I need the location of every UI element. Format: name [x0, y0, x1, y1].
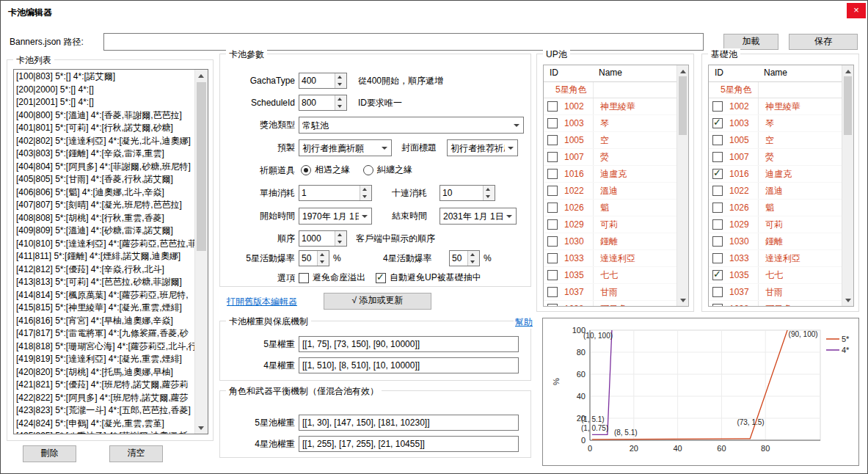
path-input[interactable] — [103, 33, 704, 51]
scroll-up-icon[interactable] — [195, 70, 208, 81]
end-time-picker[interactable]: 2031年 1月 1日 — [440, 208, 517, 225]
up-pool-row[interactable]: 1030鍾離 — [544, 233, 677, 250]
up-pool-row[interactable]: 1005空 — [544, 132, 677, 149]
spin-down-icon[interactable] — [468, 258, 479, 266]
spin-down-icon[interactable] — [318, 258, 329, 266]
pool-list-item[interactable]: [414|814] 5*:[楓原萬葉] 4*:[蘿莎莉亞,班尼特, — [14, 289, 195, 302]
radio-intertwined-fate[interactable]: 糾纏之緣 — [363, 164, 412, 176]
pool-list-item[interactable]: [401|801] 5*:[可莉] 4*:[行秋,諾艾爾,砂糖] — [14, 122, 195, 135]
base-pool-row[interactable]: 1003琴 — [709, 115, 842, 132]
up-pool-row[interactable]: 1037甘雨 — [544, 284, 677, 301]
radio-acquaint-fate[interactable]: 相遇之緣 — [301, 164, 350, 176]
load-button[interactable]: 加載 — [723, 34, 778, 50]
scheduleid-input[interactable]: 800 — [299, 95, 347, 111]
base-pool-row[interactable]: 1035七七 — [709, 267, 842, 284]
rate4-input[interactable]: 50 — [449, 250, 480, 266]
up-pool-row-checkbox[interactable] — [547, 236, 558, 247]
pool-list-item[interactable]: [420|820] 5*:[胡桃] 4*:[托馬,迪奧娜,早柚] — [14, 366, 195, 379]
spin-down-icon[interactable] — [335, 238, 346, 246]
up-pool-scrollbar[interactable] — [676, 65, 688, 306]
spin-up-icon[interactable] — [468, 251, 479, 258]
base-pool-row[interactable]: 1033達達利亞 — [709, 250, 842, 267]
pool-list-item[interactable]: [408|808] 5*:[胡桃] 4*:[行秋,重雲,香菱] — [14, 212, 195, 225]
up-pool-row-checkbox[interactable] — [547, 304, 558, 306]
spin-up-icon[interactable] — [318, 251, 329, 258]
up-pool-row-checkbox[interactable] — [547, 135, 558, 145]
up-pool-row[interactable]: 1033達達利亞 — [544, 250, 677, 267]
up-pool-row[interactable]: 1022溫迪 — [544, 183, 677, 200]
pool-list-item[interactable]: [411|811] 5*:[鍾離] 4*:[煙緋,諾艾爾,迪奧娜] — [14, 250, 195, 263]
scroll-thumb[interactable] — [679, 76, 687, 135]
scroll-thumb[interactable] — [197, 82, 206, 251]
base-pool-row-checkbox[interactable] — [712, 304, 723, 306]
base-pool-row-checkbox[interactable] — [712, 236, 723, 247]
spin-down-icon[interactable] — [335, 103, 346, 110]
base-pool-row[interactable]: 1037甘雨 — [709, 284, 842, 301]
pool-weight4-input[interactable] — [299, 436, 519, 452]
up-pool-row[interactable]: 1026魈 — [544, 200, 677, 216]
rate5-input[interactable]: 50 — [299, 250, 329, 266]
spin-down-icon[interactable] — [360, 193, 371, 200]
cover-title-select[interactable]: 初行者推荐祈愿 — [447, 139, 518, 156]
base-pool-row-checkbox[interactable] — [712, 101, 723, 112]
preset-select[interactable]: 初行者推薦祈願 — [299, 139, 392, 156]
pool-list-item[interactable]: [423|823] 5*:[荒瀧一斗] 4*:[五郎,芭芭拉,香菱] — [14, 404, 195, 418]
pool-listbox[interactable]: [100|803] 5*:[] 4*:[諾艾爾][200|2000] 5*:[]… — [13, 69, 208, 434]
start-time-picker[interactable]: 1970年 1月 1日 — [299, 208, 372, 225]
base-pool-row-checkbox[interactable] — [712, 203, 723, 213]
clear-button[interactable]: 清空 — [109, 445, 163, 462]
weight5-input[interactable] — [299, 336, 519, 352]
base-pool-row-checkbox[interactable] — [712, 253, 723, 263]
pool-list-item[interactable]: [413|813] 5*:[可莉] 4*:[芭芭拉,砂糖,菲謝爾] — [14, 276, 195, 289]
base-pool-row[interactable]: 1016迪盧克 — [709, 166, 842, 183]
pool-list-item[interactable]: [421|821] 5*:[優菈] 4*:[班尼特,諾艾爾,蘿莎莉 — [14, 379, 195, 392]
pool-list-item[interactable]: [416|816] 5*:[宵宮] 4*:[早柚,迪奧娜,辛焱] — [14, 315, 195, 328]
up-pool-row[interactable]: 1003琴 — [544, 115, 677, 132]
base-pool-row-checkbox[interactable] — [712, 287, 723, 297]
spin-up-icon[interactable] — [360, 186, 371, 193]
pool-list-item[interactable]: [425|825] 5*:[八重神子] 4*:[菲謝爾,迪奧娜,托 — [14, 430, 195, 434]
pool-list-item[interactable]: [100|803] 5*:[] 4*:[諾艾爾] — [14, 70, 195, 84]
pool-list-item[interactable]: [402|802] 5*:[達達利亞] 4*:[凝光,北斗,迪奧娜] — [14, 135, 195, 148]
up-pool-row-checkbox[interactable] — [547, 101, 558, 112]
pool-list-item[interactable]: [409|809] 5*:[溫迪] 4*:[砂糖,雷澤,諾艾爾] — [14, 225, 195, 238]
up-pool-row[interactable]: 1016迪盧克 — [544, 166, 677, 183]
pool-list-scrollbar[interactable] — [194, 70, 208, 434]
pool-list-item[interactable]: [417|817] 5*:[雷電將軍] 4*:[九條裟羅,香菱,砂 — [14, 327, 195, 340]
base-pool-row-checkbox[interactable] — [712, 118, 723, 128]
checkbox-auto-avoid-up-in-base[interactable]: 自動避免UP被基礎抽中 — [376, 271, 481, 284]
pool-list-item[interactable]: [418|818] 5*:[珊瑚宮心海] 4*:[蘿莎莉亞,北斗,行 — [14, 340, 195, 354]
delete-button[interactable]: 刪除 — [23, 445, 76, 462]
pool-list-item[interactable]: [200|2000] 5*:[] 4*:[] — [14, 84, 195, 97]
pool-list-item[interactable]: [400|800] 5*:[溫迪] 4*:[香菱,菲謝爾,芭芭拉] — [14, 109, 195, 123]
base-pool-row[interactable]: 1026魈 — [709, 200, 842, 216]
up-pool-row-checkbox[interactable] — [547, 253, 558, 263]
pool-type-select[interactable]: 常駐池 — [299, 117, 524, 134]
pool-list-item[interactable]: [406|806] 5*:[魈] 4*:[迪奧娜,北斗,辛焱] — [14, 186, 195, 200]
pool-list-item[interactable]: [410|810] 5*:[達達利亞] 4*:[蘿莎莉亞,芭芭拉,菲 — [14, 238, 195, 251]
base-pool-row[interactable]: 1007熒 — [709, 149, 842, 166]
order-input[interactable]: 1000 — [299, 230, 347, 247]
spin-up-icon[interactable] — [335, 95, 346, 103]
scroll-up-icon[interactable] — [842, 65, 853, 77]
up-pool-row-checkbox[interactable] — [547, 152, 558, 162]
up-pool-row-checkbox[interactable] — [547, 186, 558, 196]
up-pool-row-checkbox[interactable] — [547, 270, 558, 280]
base-pool-row-checkbox[interactable] — [712, 270, 723, 280]
pool-list-item[interactable]: [403|803] 5*:[鍾離] 4*:[辛焱,雷澤,重雲] — [14, 147, 195, 161]
scroll-up-icon[interactable] — [677, 65, 688, 77]
spin-up-icon[interactable] — [335, 231, 346, 238]
pool-list-item[interactable]: [424|824] 5*:[申鶴] 4*:[凝光,重雲,雲堇] — [14, 418, 195, 431]
base-pool-row-checkbox[interactable] — [712, 135, 723, 145]
pool-list-item[interactable]: [405|805] 5*:[甘雨] 4*:[香菱,行秋,諾艾爾] — [14, 173, 195, 186]
gachatype-input[interactable]: 400 — [299, 73, 347, 89]
up-pool-row-checkbox[interactable] — [547, 287, 558, 297]
ten-cost-input[interactable]: 10 — [440, 185, 495, 201]
base-pool-row[interactable]: 1030鍾離 — [709, 233, 842, 250]
open-old-editor-link[interactable]: 打開舊版本編輯器 — [227, 296, 297, 308]
pool-list-item[interactable]: [201|2001] 5*:[] 4*:[] — [14, 96, 195, 109]
spin-up-icon[interactable] — [335, 73, 346, 81]
up-pool-row[interactable]: 1035七七 — [544, 267, 677, 284]
pool-list-item[interactable]: [404|804] 5*:[阿貝多] 4*:[菲謝爾,砂糖,班尼特] — [14, 161, 195, 174]
up-pool-row[interactable]: 1002神里綾華 — [544, 98, 677, 115]
